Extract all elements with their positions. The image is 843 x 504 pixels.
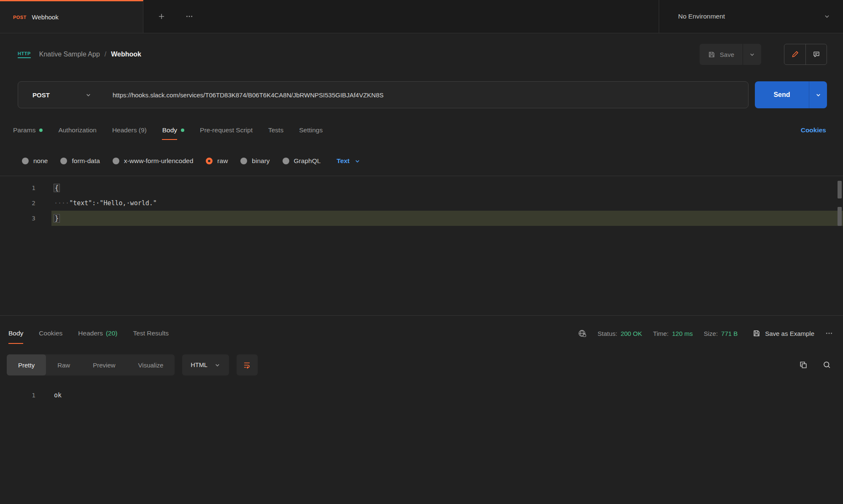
chevron-down-icon <box>749 51 755 58</box>
size-label: Size: <box>704 330 718 337</box>
body-type-binary[interactable]: binary <box>240 157 269 165</box>
tab-settings[interactable]: Settings <box>299 114 323 146</box>
editor-line[interactable]: 2 ····"text":·"Hello,·world." <box>0 196 843 211</box>
line-number: 1 <box>0 392 51 399</box>
cookies-link[interactable]: Cookies <box>801 126 826 134</box>
tab-body[interactable]: Body <box>162 114 184 146</box>
body-type-graphql[interactable]: GraphQL <box>283 157 321 165</box>
radio-icon <box>283 158 289 164</box>
new-tab-button[interactable] <box>152 0 171 33</box>
request-tab-webhook[interactable]: POST Webhook <box>0 0 143 33</box>
modified-dot <box>181 129 184 132</box>
ellipsis-icon <box>825 330 833 337</box>
radio-icon <box>113 158 119 164</box>
body-type-raw[interactable]: raw <box>206 157 228 165</box>
save-options-button[interactable] <box>743 44 761 65</box>
response-tabs-row: Body Cookies Headers (20) Test Results S… <box>0 316 843 351</box>
size-value: 771 B <box>721 330 738 337</box>
response-tab-headers[interactable]: Headers (20) <box>78 316 117 351</box>
url-input[interactable]: https://hooks.slack.com/services/T06TD83… <box>102 91 748 99</box>
body-type-binary-label: binary <box>252 157 269 165</box>
comments-button[interactable] <box>805 44 827 64</box>
request-header: HTTP Knative Sample App / Webhook Save <box>0 33 843 75</box>
edit-comment-group <box>784 44 827 65</box>
view-visualize-button[interactable]: Visualize <box>127 354 175 375</box>
search-icon <box>823 361 831 369</box>
time-value: 120 ms <box>672 330 693 337</box>
radio-icon <box>240 158 247 164</box>
chevron-down-icon <box>85 92 92 98</box>
response-view-segmented-control: Pretty Raw Preview Visualize <box>7 354 175 375</box>
body-type-raw-label: raw <box>217 157 228 165</box>
chevron-down-icon <box>214 362 221 368</box>
copy-response-button[interactable] <box>799 361 808 369</box>
edit-request-button[interactable] <box>784 44 805 64</box>
wrap-lines-button[interactable] <box>237 354 258 375</box>
tab-method-label: POST <box>13 15 27 20</box>
line-number: 2 <box>0 200 51 206</box>
tab-headers-label: Headers (9) <box>112 126 147 134</box>
modified-dot <box>39 129 43 132</box>
search-response-button[interactable] <box>823 361 831 369</box>
response-options-button[interactable] <box>825 330 833 337</box>
tab-pre-request-script[interactable]: Pre-request Script <box>200 114 253 146</box>
save-icon <box>708 51 715 58</box>
breadcrumb-separator: / <box>105 51 106 58</box>
editor-line[interactable]: 1 { <box>0 180 843 196</box>
body-type-graphql-label: GraphQL <box>294 157 321 165</box>
wrap-text-icon <box>243 361 251 369</box>
body-type-form-data[interactable]: form-data <box>60 157 100 165</box>
tab-authorization[interactable]: Authorization <box>58 114 96 146</box>
raw-format-select[interactable]: Text <box>337 157 361 165</box>
breadcrumb-collection[interactable]: Knative Sample App <box>39 51 100 58</box>
save-button-group: Save <box>700 44 761 65</box>
view-pretty-button[interactable]: Pretty <box>7 354 46 375</box>
send-options-button[interactable] <box>809 81 827 108</box>
response-tab-body[interactable]: Body <box>8 316 23 351</box>
response-body-viewer[interactable]: 1 ok <box>0 379 843 504</box>
save-as-example-button[interactable]: Save as Example <box>753 330 814 337</box>
body-type-urlencoded[interactable]: x-www-form-urlencoded <box>113 157 194 165</box>
editor-scrollbar-thumb[interactable] <box>838 181 842 198</box>
save-button-label: Save <box>720 51 734 58</box>
save-icon <box>753 330 760 337</box>
globe-lock-icon[interactable] <box>578 329 587 338</box>
tab-pre-request-script-label: Pre-request Script <box>200 126 253 134</box>
code-string: "text":·"Hello,·world." <box>69 199 157 207</box>
response-tab-cookies[interactable]: Cookies <box>39 316 62 351</box>
tab-tests-label: Tests <box>268 126 283 134</box>
radio-selected-icon <box>206 158 213 164</box>
tab-params-label: Params <box>13 126 35 134</box>
pencil-icon <box>791 51 799 58</box>
response-tab-test-results[interactable]: Test Results <box>133 316 169 351</box>
response-meta: Status: 200 OK Time: 120 ms Size: 771 B … <box>578 329 833 338</box>
view-preview-button[interactable]: Preview <box>81 354 127 375</box>
response-tab-body-label: Body <box>8 330 23 337</box>
response-format-select[interactable]: HTML <box>182 354 229 375</box>
body-type-none-label: none <box>33 157 48 165</box>
tab-params[interactable]: Params <box>13 114 43 146</box>
response-tab-cookies-label: Cookies <box>39 330 62 337</box>
status-value: 200 OK <box>621 330 642 337</box>
status-indicator: Status: 200 OK <box>598 330 642 337</box>
ellipsis-icon <box>186 13 193 20</box>
save-button[interactable]: Save <box>700 44 743 65</box>
environment-selector[interactable]: No Environment <box>659 0 843 33</box>
breadcrumb-request-name[interactable]: Webhook <box>111 51 141 58</box>
method-select[interactable]: POST <box>18 91 102 99</box>
tab-options-button[interactable] <box>180 0 199 33</box>
view-raw-button[interactable]: Raw <box>46 354 81 375</box>
response-text: ok <box>51 388 843 402</box>
body-type-none[interactable]: none <box>22 157 48 165</box>
code-text: ····"text":·"Hello,·world." <box>51 196 843 211</box>
line-number: 1 <box>0 185 51 191</box>
chevron-down-icon <box>815 92 821 98</box>
response-view-controls: Pretty Raw Preview Visualize HTML <box>0 351 843 379</box>
tab-headers[interactable]: Headers (9) <box>112 114 147 146</box>
editor-scrollbar-mark[interactable] <box>838 207 842 226</box>
editor-line-current[interactable]: 3 } <box>0 211 843 226</box>
comment-icon <box>813 51 820 58</box>
request-body-editor[interactable]: 1 { 2 ····"text":·"Hello,·world." 3 } <box>0 176 843 316</box>
send-button[interactable]: Send <box>755 81 809 108</box>
tab-tests[interactable]: Tests <box>268 114 283 146</box>
